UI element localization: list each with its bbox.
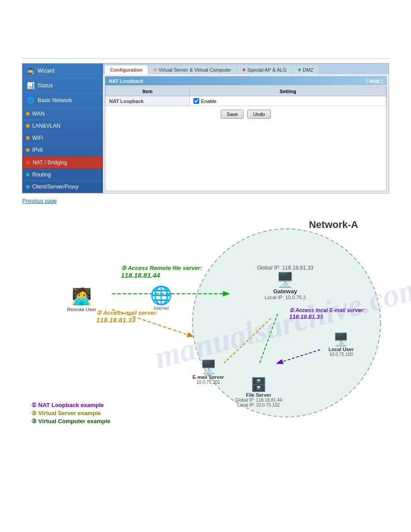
caption-purple: ① Access local E-mail server: 118.18.81.… (289, 307, 365, 320)
sidebar-item-wan[interactable]: WAN (22, 108, 103, 120)
legend-item-1: ① NAT Loopback example (31, 402, 110, 408)
save-button[interactable]: Save (221, 110, 244, 119)
caption-green-line1: ③ Access Remote file server: (121, 265, 202, 271)
sidebar-item-basic-network[interactable]: 🌐 Basic Network (22, 93, 103, 108)
tab-dmz[interactable]: DMZ (293, 65, 319, 74)
remote-user-element: 🧑‍💻 Remote User (67, 287, 96, 312)
undo-button[interactable]: Undo (247, 110, 270, 119)
sidebar-item-status[interactable]: 📊 Status (22, 78, 103, 93)
sidebar-item-client-server-proxy[interactable]: Client/Server/Proxy (22, 181, 103, 193)
sidebar-item-wizard-label: Wizard (38, 68, 54, 74)
client-server-dot (26, 185, 30, 189)
network-a-label: Network-A (309, 219, 358, 231)
table-row: NAT Loopback Enable (106, 96, 386, 106)
help-link[interactable]: [ Help ] (366, 78, 383, 84)
caption-yellow-line1: ② Access mail server: (96, 309, 158, 316)
tab-configuration[interactable]: Configuration (105, 65, 148, 74)
tab-special-ap-label: Special AP & ALG (247, 67, 287, 73)
email-server-ip: 10.0.75.101 (193, 380, 224, 385)
email-server-element: 🖥️ E-mail Server 10.0.75.101 (193, 359, 224, 385)
button-row: Save Undo (105, 106, 386, 122)
dmz-tab-dot (298, 69, 301, 71)
file-server-local: Local IP: 10.0.75.102 (235, 403, 282, 408)
basic-network-icon: 🌐 (26, 96, 35, 105)
network-diagram: manualsarchive.com (22, 211, 390, 435)
sidebar-item-nat-bridging[interactable]: NAT / Bridging (22, 156, 103, 169)
caption-green: ③ Access Remote file server: 118.18.81.4… (121, 265, 202, 279)
nat-loopback-table: Item Setting NAT Loopback Enable (105, 86, 386, 106)
tab-virtual-server-label: Virtual Server & Virtual Computer (158, 67, 231, 73)
content-panel: NAT Loopback [ Help ] Item Setting NAT L… (105, 76, 387, 191)
tab-special-ap[interactable]: Special AP & ALG (237, 65, 292, 74)
gateway-label: Gateway (257, 288, 313, 295)
tab-dmz-label: DMZ (303, 67, 313, 73)
wifi-dot (26, 136, 30, 140)
svg-point-0 (193, 229, 381, 417)
wan-dot (26, 112, 30, 116)
section-header: NAT Loopback [ Help ] (105, 77, 386, 86)
previous-page-link[interactable]: Previous page (22, 198, 389, 204)
legend-box: ① NAT Loopback example ② Virtual Server … (31, 402, 110, 426)
col-setting: Setting (190, 87, 386, 96)
file-server-label: File Server (235, 392, 282, 398)
row-setting-cell: Enable (190, 96, 386, 106)
special-ap-tab-dot (243, 69, 245, 71)
tab-virtual-server[interactable]: Virtual Server & Virtual Computer (149, 65, 236, 74)
caption-purple-line2: 118.18.81.33 (289, 313, 365, 320)
caption-yellow: ② Access mail server: 118.18.81.33 (96, 309, 158, 324)
diagram-svg (22, 211, 390, 435)
enable-label: Enable (201, 99, 216, 104)
local-user-element: 🖥️ Local User 10.0.75.100 (329, 332, 354, 357)
router-ui: 🧙 Wizard 📊 Status 🌐 Basic Network WAN LA… (22, 63, 389, 193)
sidebar-item-nat-bridging-label: NAT / Bridging (33, 159, 67, 166)
email-server-label: E-mail Server (193, 374, 224, 380)
sidebar: 🧙 Wizard 📊 Status 🌐 Basic Network WAN LA… (22, 64, 103, 193)
bottom-area: Previous page manualsarchive.com (0, 193, 411, 439)
sidebar-item-wizard[interactable]: 🧙 Wizard (22, 64, 103, 78)
gateway-icon: 🖥️ (257, 271, 313, 288)
wizard-icon: 🧙 (26, 66, 35, 75)
email-server-icon: 🖥️ (193, 359, 224, 374)
internet-element: 🌐 Internet (150, 285, 172, 311)
sidebar-item-ipv6-label: IPv6 (32, 147, 43, 153)
main-content: Configuration Virtual Server & Virtual C… (103, 64, 389, 193)
caption-purple-line1: ① Access local E-mail server: (289, 307, 365, 313)
sidebar-item-wifi-label: WiFi (32, 135, 43, 141)
sidebar-item-status-label: Status (38, 82, 53, 89)
sidebar-item-ipv6[interactable]: IPv6 (22, 144, 103, 156)
legend-item-2: ② Virtual Server example (31, 410, 110, 416)
local-user-icon: 🖥️ (329, 332, 354, 347)
svg-line-3 (278, 350, 320, 363)
sidebar-item-lan-vlan[interactable]: LAN&VLAN (22, 120, 103, 132)
lan-vlan-dot (26, 124, 30, 128)
sidebar-item-lan-vlan-label: LAN&VLAN (32, 123, 60, 129)
remote-user-label: Remote User (67, 307, 96, 312)
section-title: NAT Loopback (109, 78, 143, 84)
sidebar-item-basic-network-label: Basic Network (38, 97, 72, 103)
svg-line-5 (224, 318, 271, 363)
caption-yellow-line2: 118.18.81.33 (96, 316, 158, 324)
remote-user-icon: 🧑‍💻 (67, 287, 96, 306)
caption-green-line2: 118.18.81.44 (121, 271, 202, 279)
file-server-element: 🗄️ File Server Global IP: 118.18.81.44 L… (235, 377, 282, 408)
sidebar-item-wifi[interactable]: WiFi (22, 132, 103, 144)
local-user-label: Local User (329, 347, 354, 352)
gateway-global-ip: Global IP: 118.18.81.33 (257, 265, 313, 271)
internet-icon: 🌐 (150, 285, 172, 306)
virtual-server-tab-dot (154, 69, 157, 71)
legend-item-3: ③ Virtual Computer example (31, 418, 110, 425)
svg-line-4 (260, 314, 278, 363)
nat-dot (26, 161, 30, 164)
gateway-element: Global IP: 118.18.81.33 🖥️ Gateway Local… (257, 265, 313, 300)
sidebar-item-client-server-label: Client/Server/Proxy (32, 184, 78, 190)
sidebar-item-routing[interactable]: Routing (22, 169, 103, 181)
enable-checkbox[interactable] (193, 98, 199, 104)
gateway-local-ip: Local IP: 10.0.75.2 (257, 295, 313, 300)
status-icon: 📊 (26, 81, 35, 90)
tab-configuration-label: Configuration (110, 67, 142, 73)
sidebar-item-wan-label: WAN (32, 111, 45, 117)
file-server-icon: 🗄️ (235, 377, 282, 392)
file-server-global: Global IP: 118.18.81.44 (235, 398, 282, 403)
ipv6-dot (26, 148, 30, 152)
row-item-label: NAT Loopback (106, 96, 190, 106)
